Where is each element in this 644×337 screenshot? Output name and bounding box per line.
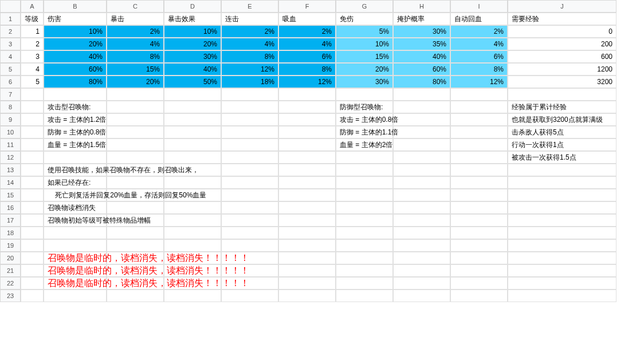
cell-F10[interactable]: [278, 126, 336, 138]
cell-B19[interactable]: [44, 239, 107, 252]
cell-D17[interactable]: [164, 214, 221, 227]
cell-E3[interactable]: 4%: [221, 38, 278, 50]
cell-E11[interactable]: [221, 138, 278, 151]
cell-B18[interactable]: [44, 227, 107, 239]
cell-J2[interactable]: 0: [508, 25, 616, 38]
cell-B7[interactable]: [44, 88, 107, 101]
cell-A10[interactable]: [21, 126, 44, 138]
cell-J13[interactable]: [508, 164, 616, 176]
row-header-17[interactable]: 17: [0, 214, 21, 227]
cell-B6[interactable]: 80%: [44, 76, 107, 88]
cell-G1[interactable]: 免伤: [336, 13, 393, 25]
cell-G23[interactable]: [336, 290, 393, 302]
cell-H15[interactable]: [393, 189, 450, 201]
cell-G2[interactable]: 5%: [336, 25, 393, 38]
cell-I9[interactable]: [450, 113, 508, 126]
cell-B8[interactable]: 攻击型召唤物:: [44, 101, 107, 113]
cell-H23[interactable]: [393, 290, 450, 302]
cell-E6[interactable]: 18%: [221, 76, 278, 88]
col-header-B[interactable]: B: [44, 0, 107, 13]
cell-F8[interactable]: [278, 101, 336, 113]
cell-A20[interactable]: [21, 252, 44, 264]
row-header-11[interactable]: 11: [0, 138, 21, 151]
row-header-20[interactable]: 20: [0, 252, 21, 264]
cell-G10[interactable]: 防御 = 主体的1.1倍: [336, 126, 393, 138]
cell-J20[interactable]: [508, 252, 616, 264]
cell-J22[interactable]: [508, 277, 616, 290]
cell-G21[interactable]: [336, 264, 393, 277]
cell-J3[interactable]: 200: [508, 38, 616, 50]
cell-F20[interactable]: [278, 252, 336, 264]
cell-B20[interactable]: 召唤物是临时的，读档消失，读档消失！！！！！: [44, 252, 107, 264]
cell-B22[interactable]: 召唤物是临时的，读档消失，读档消失！！！！！: [44, 277, 107, 290]
cell-J18[interactable]: [508, 227, 616, 239]
cell-I20[interactable]: [450, 252, 508, 264]
cell-F2[interactable]: 2%: [278, 25, 336, 38]
col-header-F[interactable]: F: [278, 0, 336, 13]
cell-E13[interactable]: [221, 164, 278, 176]
cell-F3[interactable]: 4%: [278, 38, 336, 50]
cell-F15[interactable]: [278, 189, 336, 201]
cell-D19[interactable]: [164, 239, 221, 252]
cell-E7[interactable]: [221, 88, 278, 101]
cell-F13[interactable]: [278, 164, 336, 176]
row-header-22[interactable]: 22: [0, 277, 21, 290]
cell-E12[interactable]: [221, 151, 278, 164]
cell-F6[interactable]: 12%: [278, 76, 336, 88]
cell-I19[interactable]: [450, 239, 508, 252]
cell-A7[interactable]: [21, 88, 44, 101]
cell-I2[interactable]: 2%: [450, 25, 508, 38]
cell-B4[interactable]: 40%: [44, 50, 107, 63]
row-header-1[interactable]: 1: [0, 13, 21, 25]
cell-H13[interactable]: [393, 164, 450, 176]
cell-I6[interactable]: 12%: [450, 76, 508, 88]
cell-H6[interactable]: 80%: [393, 76, 450, 88]
cell-C18[interactable]: [107, 227, 164, 239]
cell-C5[interactable]: 15%: [107, 63, 164, 76]
cell-G16[interactable]: [336, 201, 393, 214]
cell-C7[interactable]: [107, 88, 164, 101]
col-header-H[interactable]: H: [393, 0, 450, 13]
cell-F23[interactable]: [278, 290, 336, 302]
row-header-9[interactable]: 9: [0, 113, 21, 126]
cell-F18[interactable]: [278, 227, 336, 239]
cell-F1[interactable]: 吸血: [278, 13, 336, 25]
cell-A11[interactable]: [21, 138, 44, 151]
row-header-16[interactable]: 16: [0, 201, 21, 214]
cell-F7[interactable]: [278, 88, 336, 101]
row-header-13[interactable]: 13: [0, 164, 21, 176]
cell-E5[interactable]: 12%: [221, 63, 278, 76]
col-header-D[interactable]: D: [164, 0, 221, 13]
cell-I1[interactable]: 自动回血: [450, 13, 508, 25]
cell-B16[interactable]: 召唤物读档消失: [44, 201, 107, 214]
cell-C2[interactable]: 2%: [107, 25, 164, 38]
cell-D4[interactable]: 30%: [164, 50, 221, 63]
cell-D1[interactable]: 暴击效果: [164, 13, 221, 25]
cell-G14[interactable]: [336, 176, 393, 189]
row-header-15[interactable]: 15: [0, 189, 21, 201]
cell-A17[interactable]: [21, 214, 44, 227]
cell-G20[interactable]: [336, 252, 393, 264]
cell-H2[interactable]: 30%: [393, 25, 450, 38]
cell-H9[interactable]: [393, 113, 450, 126]
cell-B11[interactable]: 血量 = 主体的1.5倍: [44, 138, 107, 151]
cell-F12[interactable]: [278, 151, 336, 164]
cell-I3[interactable]: 4%: [450, 38, 508, 50]
cell-B15[interactable]: 死亡则复活并回复20%血量，存活则回复50%血量: [44, 189, 107, 201]
cell-J5[interactable]: 1200: [508, 63, 616, 76]
cell-H20[interactable]: [393, 252, 450, 264]
cell-B10[interactable]: 防御 = 主体的0.8倍: [44, 126, 107, 138]
col-header-G[interactable]: G: [336, 0, 393, 13]
cell-E14[interactable]: [221, 176, 278, 189]
cell-B14[interactable]: 如果已经存在:: [44, 176, 107, 189]
cell-A16[interactable]: [21, 201, 44, 214]
cell-G15[interactable]: [336, 189, 393, 201]
cell-H14[interactable]: [393, 176, 450, 189]
cell-G4[interactable]: 15%: [336, 50, 393, 63]
cell-H19[interactable]: [393, 239, 450, 252]
cell-H10[interactable]: [393, 126, 450, 138]
cell-A1[interactable]: 等级: [21, 13, 44, 25]
cell-E1[interactable]: 连击: [221, 13, 278, 25]
row-header-10[interactable]: 10: [0, 126, 21, 138]
cell-F14[interactable]: [278, 176, 336, 189]
